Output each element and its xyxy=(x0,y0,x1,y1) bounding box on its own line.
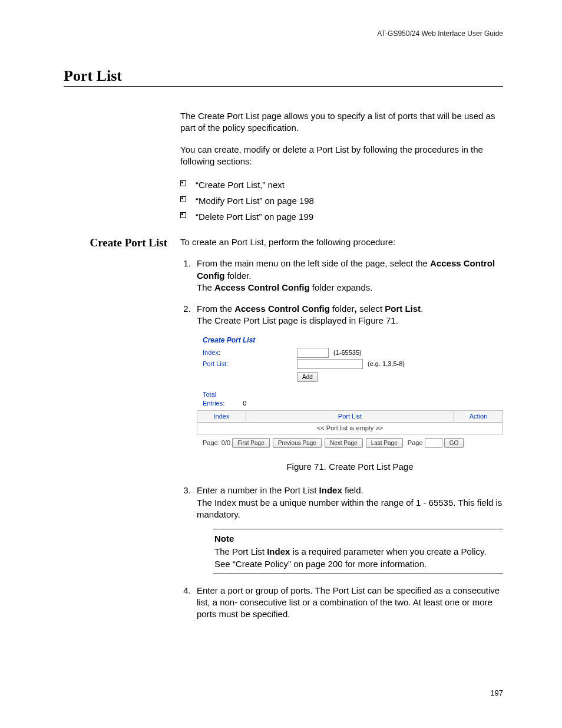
subheading-create-port-list: Create Port List xyxy=(64,236,180,249)
pager-status: Page: 0/0 xyxy=(203,439,230,446)
figure-71: Create Port List Index: (1-65535) Port L… xyxy=(197,333,503,452)
toc-item-text: “Delete Port List” on page 199 xyxy=(196,212,313,222)
figure-caption: Figure 71. Create Port List Page xyxy=(197,461,503,473)
step-3: Enter a number in the Port List Index fi… xyxy=(193,485,503,574)
right-column: The Create Port List page allows you to … xyxy=(180,110,503,236)
procedure-intro: To create an Port List, perform the foll… xyxy=(180,236,503,248)
add-button[interactable]: Add xyxy=(297,372,318,383)
right-column: To create an Port List, perform the foll… xyxy=(180,236,503,630)
bullet-icon xyxy=(180,212,186,218)
toc-item: “Modify Port List” on page 198 xyxy=(180,193,503,209)
header-guide-title: AT-GS950/24 Web Interface User Guide xyxy=(64,29,503,38)
port-list-table: Index Port List Action << Port list is e… xyxy=(197,410,503,434)
note-text-bold: Index xyxy=(267,546,290,556)
pager: Page: 0/0 First Page Previous Page Next … xyxy=(197,434,503,452)
step-text: select xyxy=(357,304,385,314)
procedure-steps: From the main menu on the left side of t… xyxy=(180,258,503,620)
note-label: Note xyxy=(214,533,502,545)
step-text: field. xyxy=(342,485,363,495)
index-label: Index: xyxy=(203,348,297,357)
left-column xyxy=(64,110,180,236)
procedure-area: Create Port List To create an Port List,… xyxy=(64,236,503,630)
previous-page-button[interactable]: Previous Page xyxy=(273,438,322,449)
note-box: Note The Port List Index is a required p… xyxy=(213,529,503,574)
intro-paragraph-1: The Create Port List page allows you to … xyxy=(180,110,503,134)
left-column: Create Port List xyxy=(64,236,180,630)
step-text: The Index must be a unique number within… xyxy=(197,498,502,519)
toc-item: “Delete Port List” on page 199 xyxy=(180,209,503,225)
table-header-row: Index Port List Action xyxy=(197,410,503,422)
toc-list: “Create Port List,” next “Modify Port Li… xyxy=(180,177,503,225)
col-action: Action xyxy=(454,410,503,422)
step-1: From the main menu on the left side of t… xyxy=(193,258,503,294)
document-page: AT-GS950/24 Web Interface User Guide Por… xyxy=(0,0,562,728)
toc-item-text: “Modify Port List” on page 198 xyxy=(196,196,314,206)
page-input[interactable] xyxy=(425,438,442,448)
step-text: Enter a number in the Port List xyxy=(197,485,319,495)
step-text-bold: Access Control Config xyxy=(234,304,330,314)
toc-item-text: “Create Port List,” next xyxy=(196,180,285,190)
next-page-button[interactable]: Next Page xyxy=(325,438,363,449)
portlist-hint: (e.g. 1,3,5-8) xyxy=(368,360,405,368)
section-title: Port List xyxy=(64,67,503,87)
step-4: Enter a port or group of ports. The Port… xyxy=(193,585,503,621)
go-button[interactable]: GO xyxy=(444,438,464,449)
col-index: Index xyxy=(197,410,246,422)
step-text: folder. xyxy=(224,271,251,281)
note-text: The Port List xyxy=(214,546,267,556)
step-text: . xyxy=(421,304,423,314)
body-area: The Create Port List page allows you to … xyxy=(64,110,503,236)
step-text: Enter a port or group of ports. The Port… xyxy=(197,585,500,620)
col-portlist: Port List xyxy=(246,410,454,422)
empty-row-text: << Port list is empty >> xyxy=(197,422,503,434)
total-entries: TotalEntries: 0 xyxy=(197,387,503,410)
first-page-button[interactable]: First Page xyxy=(232,438,270,449)
step-text: The xyxy=(197,282,214,292)
step-text: folder xyxy=(330,304,355,314)
step-text-bold: Index xyxy=(319,485,342,495)
step-text: The Create Port List page is displayed i… xyxy=(197,315,398,325)
bullet-icon xyxy=(180,196,186,202)
form-row-add: Add xyxy=(197,370,503,387)
step-text-bold: Access Control Config xyxy=(214,282,310,292)
total-entries-value: 0 xyxy=(243,400,246,407)
page-number: 197 xyxy=(490,689,503,697)
total-entries-label: TotalEntries: xyxy=(203,391,224,407)
index-input[interactable] xyxy=(297,348,329,358)
toc-item: “Create Port List,” next xyxy=(180,177,503,193)
table-row: << Port list is empty >> xyxy=(197,422,503,434)
step-text-bold: Port List xyxy=(385,304,421,314)
step-text: folder expands. xyxy=(310,282,373,292)
form-row-index: Index: (1-65535) xyxy=(197,347,503,358)
intro-paragraph-2: You can create, modify or delete a Port … xyxy=(180,144,503,168)
index-hint: (1-65535) xyxy=(333,348,362,357)
last-page-button[interactable]: Last Page xyxy=(366,438,403,449)
step-text: From the main menu on the left side of t… xyxy=(197,258,430,268)
portlist-label: Port List: xyxy=(203,360,297,368)
step-text: From the xyxy=(197,304,234,314)
step-2: From the Access Control Config folder, s… xyxy=(193,303,503,473)
pager-page-word: Page xyxy=(408,439,423,446)
figure-inner-title: Create Port List xyxy=(197,333,503,347)
form-row-portlist: Port List: (e.g. 1,3,5-8) xyxy=(197,358,503,370)
portlist-input[interactable] xyxy=(297,359,363,369)
bullet-icon xyxy=(180,180,186,186)
